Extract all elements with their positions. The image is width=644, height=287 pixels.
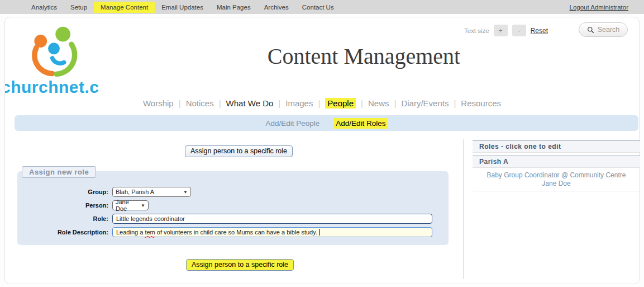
churchnet-logo[interactable]: churchnet.co [5,23,100,96]
text-cursor [319,229,320,236]
top-nav-setup[interactable]: Setup [64,2,94,13]
tab-worship[interactable]: Worship [143,98,174,108]
text-size-reset-link[interactable]: Reset [531,27,548,35]
search-button-label: Search [598,26,620,34]
text-size-label: Text size [464,27,489,34]
top-nav-contact-us[interactable]: Contact Us [295,2,341,13]
group-select[interactable]: Blah, Parish A ▼ [112,187,191,197]
roles-panel-header: Roles - click one to edit [473,140,640,153]
subnav-add-edit-people[interactable]: Add/Edit People [265,119,319,128]
role-entry[interactable]: Baby Group Coordinator @ Community Centr… [473,171,640,188]
person-select-value: Jane Doe [116,199,136,212]
tab-people[interactable]: People [325,98,356,109]
logo-text: churchnet.co [5,78,99,97]
assign-new-role-legend: Assign new role [22,166,96,178]
assign-role-form: Group: Blah, Parish A ▼ Person: Jane Doe… [17,187,449,241]
group-label: Group: [17,189,112,195]
vertical-divider [463,139,464,279]
person-label: Person: [17,202,112,209]
role-description-text: Leading a [116,229,145,236]
group-row: Group: Blah, Parish A ▼ [17,187,449,197]
dropdown-arrow-icon: ▼ [141,203,145,208]
role-entry-title: Baby Group Coordinator @ Community Centr… [473,171,640,180]
nav-separator: | [179,98,181,108]
person-select[interactable]: Jane Doe ▼ [112,200,149,210]
text-size-controls: Text size + - Reset [464,25,548,36]
role-input[interactable] [112,214,432,224]
assign-role-button-top[interactable]: Assign person to a specific role [185,145,293,157]
search-icon [587,26,594,34]
role-description-label: Role Description: [17,229,112,236]
text-size-decrease-button[interactable]: - [512,25,526,36]
logo-text-clip: churchnet.co [5,78,99,98]
admin-nav: Analytics Setup Manage Content Email Upd… [25,2,341,13]
role-label: Role: [17,215,112,222]
misspelled-word: tem [145,229,155,236]
role-description-input[interactable]: Leading a tem of volunteers in child car… [112,227,432,237]
churchnet-logo-icon [25,25,83,78]
tab-what-we-do[interactable]: What We Do [226,98,274,108]
top-nav-archives[interactable]: Archives [257,2,295,13]
nav-separator: | [318,98,320,108]
tab-resources[interactable]: Resources [461,98,501,108]
top-nav-main-pages[interactable]: Main Pages [210,2,257,13]
top-nav-analytics[interactable]: Analytics [25,2,64,13]
nav-separator: | [219,98,221,108]
tab-images[interactable]: Images [285,98,313,108]
people-sub-nav-bar: Add/Edit People Add/Edit Roles [15,115,638,131]
admin-top-bar: Analytics Setup Manage Content Email Upd… [0,0,644,14]
nav-separator: | [394,98,396,108]
roles-panel-divider [473,191,640,191]
roles-group-parish-a[interactable]: Parish A [473,156,640,168]
nav-separator: | [361,98,363,108]
tab-news[interactable]: News [368,98,389,108]
role-entry-person: Jane Doe [473,180,640,188]
dropdown-arrow-icon: ▼ [183,190,188,195]
tab-diary-events[interactable]: Diary/Events [401,98,449,108]
tab-notices[interactable]: Notices [186,98,214,108]
content-card: Text size + - Reset Search ch [4,17,640,284]
search-button[interactable]: Search [579,22,628,37]
page: Analytics Setup Manage Content Email Upd… [0,0,644,287]
section-nav: Worship|Notices|What We Do|Images|People… [5,98,639,108]
person-row: Person: Jane Doe ▼ [17,200,449,210]
top-nav-manage-content[interactable]: Manage Content [94,2,155,13]
page-title: Content Management [94,43,633,69]
text-size-increase-button[interactable]: + [494,25,508,36]
assign-role-button-bottom[interactable]: Assign person to a specific role [186,259,294,271]
role-description-row: Role Description: Leading a tem of volun… [17,227,449,237]
subnav-add-edit-roles[interactable]: Add/Edit Roles [334,118,387,129]
logout-link[interactable]: Logout Administrator [570,4,628,11]
top-nav-email-updates[interactable]: Email Updates [155,2,210,13]
nav-separator: | [454,98,456,108]
role-row: Role: [17,214,449,224]
role-description-text: of volunteers in child care so Mums can … [155,229,319,236]
nav-separator: | [278,98,280,108]
group-select-value: Blah, Parish A [116,189,154,195]
